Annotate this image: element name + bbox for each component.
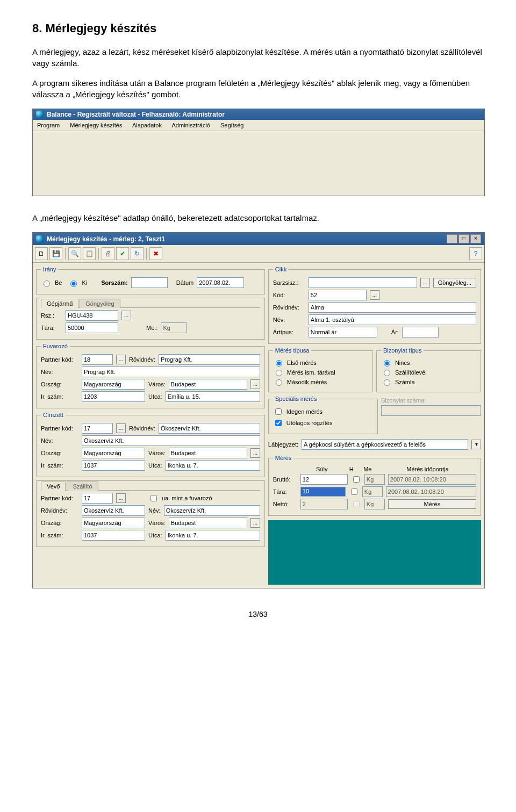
fuvarozo-orszag-input[interactable] bbox=[82, 379, 145, 390]
fuvarozo-utca-input[interactable] bbox=[166, 391, 260, 402]
tara-input[interactable] bbox=[66, 322, 118, 333]
kod-label: Kód: bbox=[273, 292, 305, 298]
tab-gepjarmu[interactable]: Gépjármű bbox=[41, 299, 78, 308]
vevo-utca-input[interactable] bbox=[166, 530, 260, 541]
cimzett-pk-input[interactable] bbox=[82, 423, 113, 434]
rsz-lookup-button[interactable]: ... bbox=[121, 311, 131, 320]
fuvarozo-pk-input[interactable] bbox=[82, 354, 113, 365]
tara-h-check[interactable] bbox=[351, 488, 357, 495]
merestipus-ism-radio[interactable] bbox=[276, 370, 282, 376]
spec-legend: Speciális mérés bbox=[273, 396, 319, 402]
vevo-ua-check[interactable] bbox=[150, 495, 157, 501]
cikk-rn-input[interactable] bbox=[309, 302, 476, 313]
toolbar-ok-icon[interactable]: ✔ bbox=[116, 247, 129, 260]
minimize-button[interactable]: _ bbox=[447, 234, 457, 243]
cimzett-varos-input[interactable] bbox=[169, 448, 247, 458]
vevo-rn-input[interactable] bbox=[82, 505, 145, 516]
fuvarozo-pk-label: Partner kód: bbox=[41, 356, 78, 363]
artipus-input[interactable] bbox=[309, 327, 377, 337]
vevo-nev-input[interactable] bbox=[164, 505, 260, 516]
vevo-ir-input[interactable] bbox=[82, 530, 145, 541]
toolbar-help-icon[interactable]: ? bbox=[469, 247, 482, 260]
vevo-pk-input[interactable] bbox=[82, 493, 113, 504]
merestipus-masodik-radio[interactable] bbox=[276, 379, 282, 386]
cimzett-utca-label: Utca: bbox=[148, 462, 162, 469]
spec-idegen-label: Idegen mérés bbox=[286, 408, 322, 415]
datum-input[interactable] bbox=[197, 277, 244, 288]
irany-be-radio[interactable] bbox=[44, 281, 50, 287]
sarzs-input[interactable] bbox=[309, 277, 417, 288]
fuvarozo-rn-input[interactable] bbox=[159, 354, 260, 365]
fuvarozo-varos-input[interactable] bbox=[169, 379, 247, 390]
idopont-header: Mérés időpontja bbox=[379, 466, 476, 472]
cimzett-ir-input[interactable] bbox=[82, 460, 145, 471]
netto-h-check bbox=[353, 501, 360, 507]
merestipus-legend: Mérés típusa bbox=[273, 347, 312, 354]
fuvarozo-orszag-label: Ország: bbox=[41, 381, 78, 387]
cimzett-pk-lookup[interactable]: ... bbox=[116, 423, 126, 433]
toolbar-clipboard-icon[interactable]: 📋 bbox=[83, 247, 96, 260]
cimzett-nev-label: Név: bbox=[41, 437, 78, 444]
irany-ki-radio[interactable] bbox=[70, 281, 77, 287]
ar-input[interactable] bbox=[402, 327, 439, 337]
menu-merlegjegy[interactable]: Mérlegjegy készítés bbox=[70, 122, 122, 128]
bizonylat-szallito-radio[interactable] bbox=[384, 370, 390, 376]
sorszam-input[interactable] bbox=[131, 277, 168, 288]
vevo-varos-lookup[interactable]: ... bbox=[250, 518, 260, 528]
brutto-input[interactable] bbox=[300, 474, 348, 485]
merestipus-elso-radio[interactable] bbox=[276, 360, 282, 367]
rsz-input[interactable] bbox=[66, 310, 118, 321]
kod-input[interactable] bbox=[309, 290, 367, 300]
labjegyzet-input[interactable] bbox=[302, 439, 468, 450]
toolbar: 🗋 💾 🔍 📋 🖨 ✔ ↻ ✖ ? bbox=[33, 245, 484, 263]
tab-gongyoleg[interactable]: Göngyöleg bbox=[80, 299, 120, 308]
meres-button[interactable]: Mérés bbox=[388, 499, 476, 509]
vevo-pk-label: Partner kód: bbox=[41, 495, 78, 501]
menu-adminisztracio[interactable]: Adminisztráció bbox=[171, 122, 210, 128]
tab-vevo[interactable]: Vevő bbox=[41, 482, 66, 491]
gongyoleg-button[interactable]: Göngyöleg... bbox=[433, 278, 476, 288]
cimzett-legend: Címzett bbox=[41, 412, 66, 418]
cikk-nev-input[interactable] bbox=[309, 314, 476, 325]
cimzett-utca-input[interactable] bbox=[166, 460, 260, 471]
cimzett-rn-input[interactable] bbox=[159, 423, 260, 434]
bizonylat-szamla-radio[interactable] bbox=[384, 379, 390, 386]
close-button[interactable]: × bbox=[470, 234, 481, 243]
fuvarozo-varos-lookup[interactable]: ... bbox=[250, 379, 260, 389]
cimzett-nev-input[interactable] bbox=[82, 435, 260, 446]
toolbar-find-icon[interactable]: 🔍 bbox=[68, 247, 81, 260]
toolbar-new-icon[interactable]: 🗋 bbox=[35, 247, 48, 260]
vevo-orszag-input[interactable] bbox=[82, 518, 145, 528]
cimzett-varos-lookup[interactable]: ... bbox=[250, 448, 260, 458]
spec-idegen-check[interactable] bbox=[275, 408, 282, 415]
meres-tara-input[interactable]: 10 bbox=[300, 487, 346, 497]
toolbar-cancel-icon[interactable]: ✖ bbox=[149, 247, 162, 260]
menu-program[interactable]: Program bbox=[37, 122, 60, 128]
fuvarozo-ir-input[interactable] bbox=[82, 391, 145, 402]
toolbar-save-icon[interactable]: 💾 bbox=[49, 247, 62, 260]
brutto-h-check[interactable] bbox=[353, 476, 360, 483]
bizonylat-nincs-radio[interactable] bbox=[384, 360, 390, 367]
page-number: 13/63 bbox=[32, 610, 484, 619]
fuvarozo-pk-lookup[interactable]: ... bbox=[116, 355, 126, 364]
toolbar-refresh-icon[interactable]: ↻ bbox=[131, 247, 144, 260]
irany-be-label: Be bbox=[55, 279, 62, 286]
meres-legend: Mérés bbox=[273, 455, 294, 461]
menu-segitseg[interactable]: Segítség bbox=[220, 122, 243, 128]
cikk-group: Cikk Sarzsisz.: ... Göngyöleg... Kód: ..… bbox=[268, 266, 481, 344]
vevo-pk-lookup[interactable]: ... bbox=[116, 493, 126, 503]
spec-utolagos-check[interactable] bbox=[275, 420, 282, 426]
cimzett-orszag-input[interactable] bbox=[82, 448, 145, 458]
vevo-varos-input[interactable] bbox=[169, 518, 247, 528]
tab-szallito[interactable]: Szállító bbox=[67, 482, 98, 491]
kod-lookup[interactable]: ... bbox=[370, 290, 379, 300]
bizszam-input bbox=[381, 405, 481, 416]
toolbar-print-icon[interactable]: 🖨 bbox=[102, 247, 114, 260]
netto-me bbox=[364, 499, 385, 509]
sarzs-lookup[interactable]: ... bbox=[420, 278, 430, 288]
fuvarozo-nev-input[interactable] bbox=[82, 367, 260, 377]
menu-alapadatok[interactable]: Alapadatok bbox=[132, 122, 162, 128]
labjegyzet-dropdown[interactable]: ▾ bbox=[471, 440, 481, 449]
vevo-rn-label: Rövidnév: bbox=[41, 507, 78, 514]
maximize-button[interactable]: □ bbox=[458, 234, 469, 243]
